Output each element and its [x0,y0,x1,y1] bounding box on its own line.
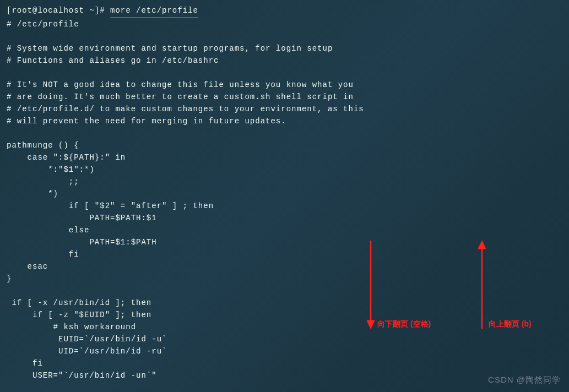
file-line: # It's NOT a good idea to change this fi… [7,79,562,91]
file-line [7,127,562,139]
file-line: if [ "$2" = "after" ] ; then [7,200,562,212]
file-line: case ":${PATH}:" in [7,151,562,164]
watermark: CSDN @陶然同学 [488,375,561,385]
file-line: # /etc/profile [7,18,562,30]
file-line [7,67,562,79]
arrow-down-annotation [365,241,376,331]
arrow-up-annotation [476,241,487,331]
file-line: EUID=`/usr/bin/id -u` [7,333,562,345]
page-up-label: 向上翻页 (b) [489,319,532,329]
file-line: # System wide environment and startup pr… [7,42,562,55]
file-line: PATH=$PATH:$1 [7,212,562,224]
terminal-output: [root@localhost ~]# more /etc/profile # … [7,4,562,392]
file-line: *) [7,188,562,200]
file-line: UID=`/usr/bin/id -ru` [7,345,562,357]
command-text: more /etc/profile [110,4,198,18]
command-line: [root@localhost ~]# more /etc/profile [7,4,562,18]
file-line: # Functions and aliases go in /etc/bashr… [7,55,562,67]
file-line [7,30,562,42]
file-line: else [7,224,562,236]
file-line: ;; [7,176,562,188]
file-line: # are doing. It's much better to create … [7,91,562,103]
page-down-label: 向下翻页 (空格) [377,319,431,329]
file-line: fi [7,357,562,369]
file-line: pathmunge () { [7,139,562,151]
file-line: *:"$1":*) [7,164,562,176]
arrow-up-icon [476,241,487,329]
file-line: USER="`/usr/bin/id -un`" [7,369,562,382]
shell-prompt: [root@localhost ~]# [7,4,110,17]
svg-marker-1 [367,320,375,329]
svg-marker-3 [478,241,486,249]
more-status-line[interactable]: --More--(43%) [7,382,562,392]
arrow-down-icon [365,241,376,329]
file-line: # will prevent the need for merging in f… [7,115,562,127]
file-line: # /etc/profile.d/ to make custom changes… [7,103,562,115]
